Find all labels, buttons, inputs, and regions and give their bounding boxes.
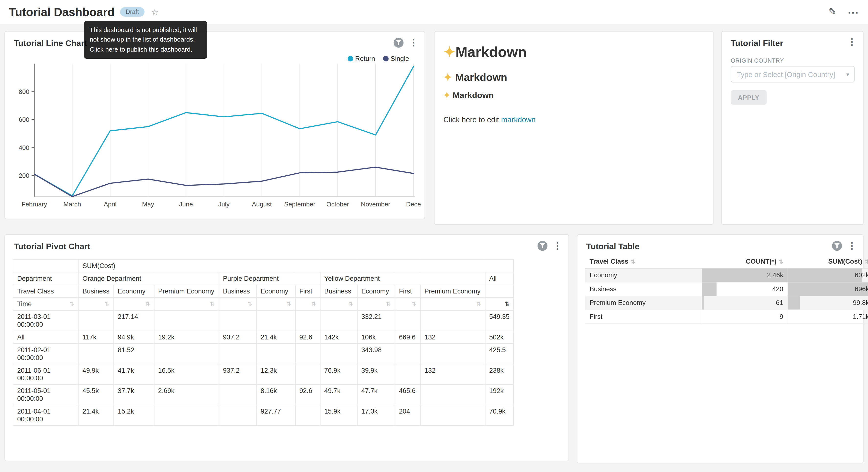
funnel-icon	[539, 243, 545, 249]
kebab-menu-icon[interactable]: ⋮	[847, 241, 856, 250]
pivot-sort-cell: ⇅	[114, 298, 154, 311]
pivot-value-cell: 937.2	[219, 331, 256, 344]
table-row: First91.71k	[585, 310, 868, 324]
pivot-sort-cell: ⇅	[395, 298, 420, 311]
sort-icon[interactable]: ⇅	[210, 300, 215, 308]
pivot-value-cell: 12.3k	[256, 364, 295, 385]
pivot-value-cell: 502k	[485, 331, 514, 344]
sort-icon[interactable]: ⇅	[864, 259, 868, 265]
cross-filter-icon[interactable]	[537, 241, 548, 251]
pivot-col-header	[485, 285, 514, 298]
sort-icon[interactable]: ⇅	[69, 300, 74, 308]
pivot-value-cell	[320, 311, 357, 331]
pivot-row-label: 2011-06-0100:00:00	[13, 364, 78, 385]
pivot-value-cell: 549.35	[485, 311, 514, 331]
sort-icon[interactable]: ⇅	[505, 300, 509, 308]
favorite-star-icon[interactable]: ☆	[151, 7, 158, 17]
pivot-value-cell	[395, 364, 420, 385]
chevron-down-icon: ▾	[846, 71, 849, 78]
markdown-paragraph: Click here to edit markdown	[443, 116, 704, 124]
kebab-menu-icon[interactable]: ⋮	[409, 38, 418, 47]
pivot-chart-card: Tutorial Pivot Chart ⋮ SUM(Cost)Departme…	[4, 234, 569, 461]
filter-card: Tutorial Filter ⋮ ORIGIN COUNTRY Type or…	[721, 31, 864, 225]
filter-card-icons: ⋮	[847, 38, 856, 47]
pivot-sort-cell: ⇅	[154, 298, 219, 311]
sort-icon[interactable]: ⇅	[311, 300, 316, 308]
pivot-sort-cell: ⇅	[357, 298, 395, 311]
pivot-value-cell	[295, 311, 320, 331]
pivot-sort-cell: ⇅	[485, 298, 514, 311]
y-tick-label: 800	[19, 88, 29, 95]
cross-filter-icon[interactable]	[394, 38, 404, 48]
markdown-edit-link[interactable]: markdown	[501, 116, 536, 124]
pivot-value-cell	[320, 344, 357, 364]
header: Tutorial Dashboard Draft ☆ ✎ ⋯	[0, 0, 868, 25]
filter-card-title: Tutorial Filter	[731, 38, 783, 48]
pivot-col-header: Business	[219, 285, 256, 298]
sort-icon[interactable]: ⇅	[630, 259, 635, 265]
table-header-travel-class[interactable]: Travel Class⇅	[585, 255, 702, 268]
data-table-body: Economy2.46k602kBusiness420696kPremium E…	[585, 268, 868, 324]
line-chart-title: Tutorial Line Chart	[14, 38, 87, 48]
pivot-value-cell	[295, 364, 320, 385]
pivot-row: All117k94.9k19.2k937.221.4k92.6142k106k6…	[13, 331, 514, 344]
sort-icon[interactable]: ⇅	[145, 300, 150, 308]
cell-sum-cost: 602k	[788, 268, 868, 282]
table-header-count[interactable]: COUNT(*)⇅	[702, 255, 788, 268]
edit-pencil-icon[interactable]: ✎	[829, 6, 836, 18]
markdown-h2-text: Markdown	[452, 71, 507, 83]
more-menu-icon[interactable]: ⋯	[847, 5, 859, 19]
sort-icon[interactable]: ⇅	[411, 300, 416, 308]
pivot-corner-empty	[13, 260, 78, 272]
pivot-col-group: Orange Department	[78, 272, 219, 285]
table-header-sum-cost[interactable]: SUM(Cost)⇅	[788, 255, 868, 268]
sort-icon[interactable]: ⇅	[386, 300, 391, 308]
kebab-menu-icon[interactable]: ⋮	[553, 241, 562, 250]
pivot-value-cell: 45.5k	[78, 384, 114, 405]
pivot-value-cell: 41.7k	[114, 364, 154, 385]
cell-sum-cost: 99.8k	[788, 296, 868, 310]
pivot-col-group: Purple Department	[219, 272, 320, 285]
pivot-value-cell	[256, 344, 295, 364]
pivot-value-cell: 2.69k	[154, 384, 219, 405]
sort-icon[interactable]: ⇅	[248, 300, 252, 308]
funnel-icon	[834, 243, 840, 249]
pivot-value-cell: 49.7k	[320, 384, 357, 405]
pivot-value-cell: 21.4k	[78, 405, 114, 425]
cross-filter-icon[interactable]	[832, 241, 842, 251]
sort-icon[interactable]: ⇅	[286, 300, 291, 308]
pivot-sort-cell: ⇅	[420, 298, 485, 311]
pivot-table: SUM(Cost)DepartmentOrange DepartmentPurp…	[13, 259, 514, 426]
sort-icon[interactable]: ⇅	[476, 300, 481, 308]
pivot-value-cell: 21.4k	[256, 331, 295, 344]
pivot-value-cell: 39.9k	[357, 364, 395, 385]
pivot-row: 2011-06-0100:00:0049.9k41.7k16.5k937.212…	[13, 364, 514, 385]
draft-badge[interactable]: Draft	[120, 7, 144, 17]
pivot-value-cell: 142k	[320, 331, 357, 344]
pivot-row-label: 2011-04-0100:00:00	[13, 405, 78, 425]
pivot-value-cell: 192k	[485, 384, 514, 405]
markdown-body: ✦Markdown ✦ Markdown ✦ Markdown Click he…	[443, 37, 704, 124]
legend-dot	[383, 56, 389, 62]
markdown-h3: ✦ Markdown	[443, 90, 704, 100]
sort-icon[interactable]: ⇅	[779, 259, 783, 265]
pivot-value-cell: 15.9k	[320, 405, 357, 425]
origin-country-select[interactable]: Type or Select [Origin Country] ▾	[731, 66, 855, 82]
pivot-card-icons: ⋮	[537, 241, 562, 251]
pivot-value-cell: 70.9k	[485, 405, 514, 425]
pivot-col-group: Yellow Department	[320, 272, 485, 285]
sort-icon[interactable]: ⇅	[105, 300, 110, 308]
markdown-card: ✦Markdown ✦ Markdown ✦ Markdown Click he…	[434, 31, 713, 225]
publish-tooltip: This dashboard is not published, it will…	[84, 21, 207, 58]
table-row: Premium Economy6199.8k	[585, 296, 868, 310]
pivot-value-cell	[219, 311, 256, 331]
pivot-row: 2011-04-0100:00:0021.4k15.2k927.7715.9k1…	[13, 405, 514, 425]
pivot-row: Time⇅⇅⇅⇅⇅⇅⇅⇅⇅⇅⇅⇅	[13, 298, 514, 311]
sort-icon[interactable]: ⇅	[348, 300, 353, 308]
apply-button[interactable]: APPLY	[731, 90, 767, 105]
pivot-value-cell	[295, 344, 320, 364]
kebab-menu-icon[interactable]: ⋮	[847, 38, 856, 47]
cell-count: 9	[702, 310, 788, 324]
pivot-col-header: Economy	[114, 285, 154, 298]
pivot-value-cell: 8.16k	[256, 384, 295, 405]
